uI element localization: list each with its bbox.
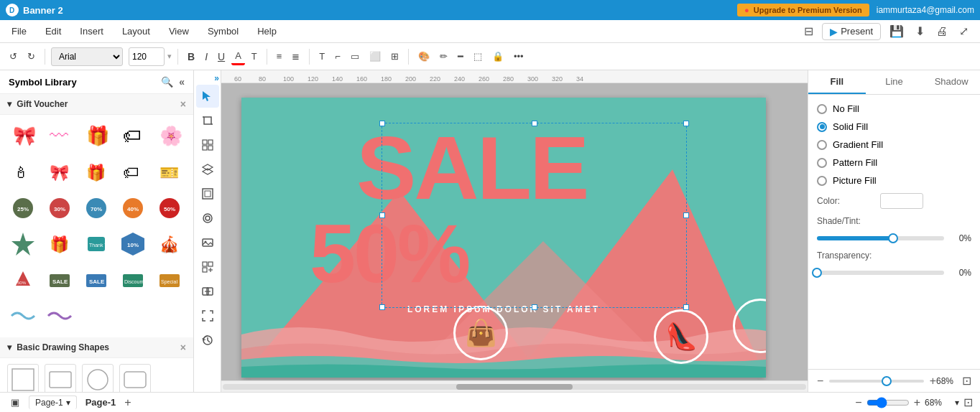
color-swatch[interactable] <box>880 193 923 209</box>
share-icon[interactable]: ⤢ <box>956 23 971 39</box>
lock-button[interactable]: 🔒 <box>489 49 507 64</box>
add-page-button[interactable]: + <box>124 396 131 409</box>
list-item[interactable]: SALE <box>44 264 75 296</box>
list-item[interactable]: 50% <box>154 192 185 224</box>
list-item[interactable] <box>7 300 39 332</box>
more-shapes-button[interactable]: ⊞ <box>387 49 402 64</box>
stack-tool-button[interactable] <box>196 207 219 230</box>
transparency-thumb[interactable] <box>812 268 822 278</box>
statusbar-zoom-in-button[interactable]: + <box>914 396 920 409</box>
gift-voucher-close-icon[interactable]: × <box>180 98 186 110</box>
list-item[interactable] <box>44 300 75 332</box>
list-item[interactable]: 🕯 <box>7 156 39 188</box>
list-item[interactable] <box>7 228 39 260</box>
gradient-fill-radio[interactable] <box>817 140 827 150</box>
shape-style-button[interactable]: ⬚ <box>470 49 486 64</box>
save-icon[interactable]: ⊟ <box>801 23 816 39</box>
statusbar-zoom-out-button[interactable]: − <box>855 396 861 409</box>
tab-fill[interactable]: Fill <box>808 70 866 94</box>
zoom-thumb[interactable] <box>882 376 892 386</box>
list-item[interactable] <box>82 364 114 392</box>
present-button[interactable]: ▶ Present <box>822 23 881 40</box>
page-view-button[interactable]: ▣ <box>7 395 23 410</box>
list-item[interactable]: Special <box>154 264 185 296</box>
menu-view[interactable]: View <box>166 23 192 39</box>
download-icon[interactable]: ⬇ <box>912 23 928 39</box>
align-options-button[interactable]: ≣ <box>288 49 303 64</box>
list-item[interactable]: 40% <box>117 192 149 224</box>
bold-button[interactable]: B <box>184 49 198 65</box>
panel-search-icon[interactable]: 🔍 <box>161 76 173 88</box>
statusbar-expand-button[interactable]: ⊡ <box>963 395 973 409</box>
shade-thumb[interactable] <box>888 233 898 243</box>
page-1-tab[interactable]: Page-1 ▾ <box>29 395 77 409</box>
list-item[interactable]: 50% <box>7 264 39 296</box>
list-item[interactable]: 🎀 <box>44 156 75 188</box>
pen-button[interactable]: ✏ <box>436 49 451 64</box>
list-item[interactable]: 🎁 <box>44 228 75 260</box>
gradient-fill-option[interactable]: Gradient Fill <box>817 139 971 150</box>
select-tool-button[interactable] <box>196 85 219 108</box>
picture-fill-option[interactable]: Picture Fill <box>817 175 971 186</box>
zoom-in-button[interactable]: + <box>930 375 936 388</box>
menu-file[interactable]: File <box>9 23 29 39</box>
bubble-button[interactable]: ⬜ <box>366 49 384 64</box>
rect-button[interactable]: ▭ <box>347 49 363 64</box>
print-icon[interactable]: 🖨 <box>933 24 951 39</box>
menu-help[interactable]: Help <box>254 23 279 39</box>
save2-icon[interactable]: 💾 <box>887 23 907 39</box>
pattern-fill-option[interactable]: Pattern Fill <box>817 157 971 168</box>
shade-track[interactable] <box>817 236 944 240</box>
tab-line[interactable]: Line <box>866 70 923 94</box>
horizontal-scrollbar[interactable] <box>221 380 808 392</box>
menu-symbol[interactable]: Symbol <box>205 23 241 39</box>
list-item[interactable]: 〰 <box>44 121 75 152</box>
arrange-tool-button[interactable] <box>196 280 219 303</box>
basic-shapes-section-header[interactable]: ▾ Basic Drawing Shapes × <box>0 337 193 358</box>
font-size-input[interactable] <box>129 47 165 66</box>
transparency-track[interactable] <box>817 271 944 275</box>
crop-tool-button[interactable] <box>196 109 219 132</box>
list-item[interactable]: 🏷 <box>117 121 149 152</box>
list-item[interactable] <box>119 364 151 392</box>
image-tool-button[interactable] <box>196 231 219 254</box>
expand-panel-icon[interactable]: » <box>214 73 219 83</box>
undo-button[interactable]: ↺ <box>6 49 21 64</box>
grid-tool-button[interactable] <box>196 134 219 156</box>
scrollbar-thumb[interactable] <box>456 384 573 390</box>
canvas-scroll[interactable]: SALE 50% LOREM IPSUM DOLOR SIT AMET 👜 👠 <box>221 83 808 380</box>
gift-voucher-section-header[interactable]: ▾ Gift Voucher × <box>0 94 193 115</box>
list-item[interactable]: 🎁 <box>80 121 112 152</box>
history-tool-button[interactable] <box>196 329 219 352</box>
list-item[interactable]: 🎪 <box>154 228 185 260</box>
zoom-out-button[interactable]: − <box>817 375 823 388</box>
expand-tool-button[interactable] <box>196 304 219 327</box>
canvas-inner[interactable]: SALE 50% LOREM IPSUM DOLOR SIT AMET 👜 👠 <box>241 98 766 378</box>
list-item[interactable]: 🎁 <box>80 156 112 188</box>
basic-shapes-close-icon[interactable]: × <box>180 342 186 353</box>
text-style-button[interactable]: T <box>248 49 261 64</box>
textbox-button[interactable]: T <box>315 49 328 64</box>
frame-tool-button[interactable] <box>196 182 219 205</box>
redo-button[interactable]: ↻ <box>24 49 39 64</box>
panel-collapse-icon[interactable]: « <box>179 76 185 88</box>
upgrade-button[interactable]: ● Upgrade to Premium Version <box>737 4 869 17</box>
list-item[interactable] <box>7 364 39 392</box>
font-color-button[interactable]: A <box>231 48 245 65</box>
layers-tool-button[interactable] <box>196 158 219 181</box>
corner-button[interactable]: ⌐ <box>331 49 344 64</box>
list-item[interactable] <box>45 364 76 392</box>
list-item[interactable]: 🏷 <box>117 156 149 188</box>
list-item[interactable]: 30% <box>44 192 75 224</box>
list-item[interactable]: 🎀 <box>7 121 39 152</box>
underline-button[interactable]: U <box>214 49 228 65</box>
group-tool-button[interactable] <box>196 256 219 278</box>
zoom-slider[interactable] <box>866 397 910 408</box>
menu-insert[interactable]: Insert <box>77 23 106 39</box>
fill-button[interactable]: 🎨 <box>415 49 433 64</box>
dash-button[interactable]: ━ <box>454 49 467 64</box>
no-fill-option[interactable]: No Fill <box>817 103 971 114</box>
solid-fill-option[interactable]: Solid Fill <box>817 121 971 132</box>
list-item[interactable]: Discount <box>117 264 149 296</box>
solid-fill-radio[interactable] <box>817 122 827 132</box>
